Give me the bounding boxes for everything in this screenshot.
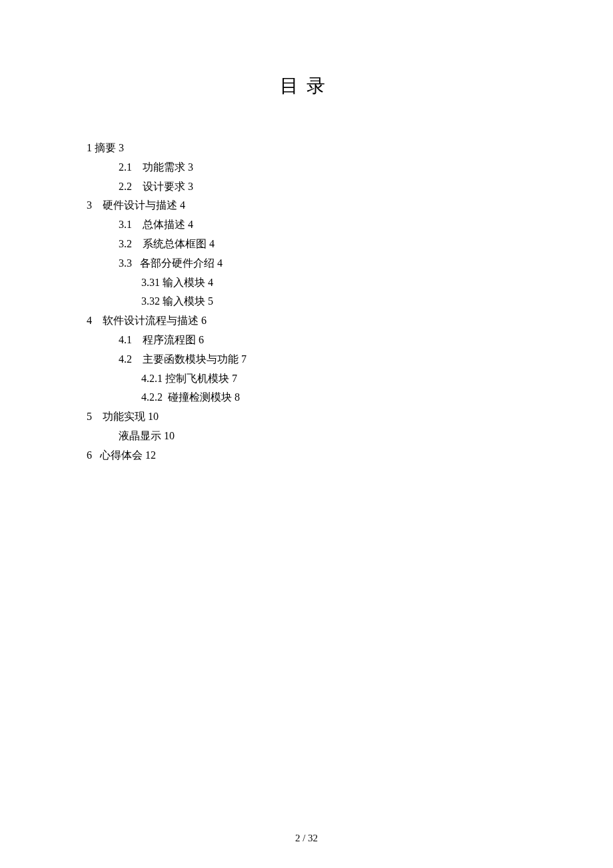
toc-entry: 3.2 系统总体框图 4 <box>87 235 526 254</box>
toc-entry: 3.3 各部分硬件介绍 4 <box>87 254 526 273</box>
toc-entry: 4.2 主要函数模块与功能 7 <box>87 350 526 369</box>
toc-entry: 4.1 程序流程图 6 <box>87 331 526 350</box>
toc-entry: 4.2.2 碰撞检测模块 8 <box>87 388 526 407</box>
toc-entry: 2.2 设计要求 3 <box>87 177 526 197</box>
page-footer: 2 / 32 <box>0 833 613 844</box>
toc-entry: 6 心得体会 12 <box>87 446 526 465</box>
toc-entry: 5 功能实现 10 <box>87 407 526 427</box>
toc-entry: 3.32 输入模块 5 <box>87 292 526 311</box>
page-container: 目录 1 摘要 32.1 功能需求 32.2 设计要求 33 硬件设计与描述 4… <box>0 0 613 465</box>
toc-entry: 4.2.1 控制飞机模块 7 <box>87 369 526 389</box>
toc-entry: 4 软件设计流程与描述 6 <box>87 311 526 331</box>
toc-entry: 液晶显示 10 <box>87 427 526 446</box>
toc-list: 1 摘要 32.1 功能需求 32.2 设计要求 33 硬件设计与描述 43.1… <box>87 139 526 465</box>
toc-entry: 3.31 输入模块 4 <box>87 273 526 293</box>
toc-entry: 2.1 功能需求 3 <box>87 158 526 177</box>
toc-entry: 3 硬件设计与描述 4 <box>87 196 526 215</box>
toc-title: 目录 <box>87 73 526 99</box>
toc-entry: 1 摘要 3 <box>87 139 526 158</box>
toc-entry: 3.1 总体描述 4 <box>87 215 526 235</box>
